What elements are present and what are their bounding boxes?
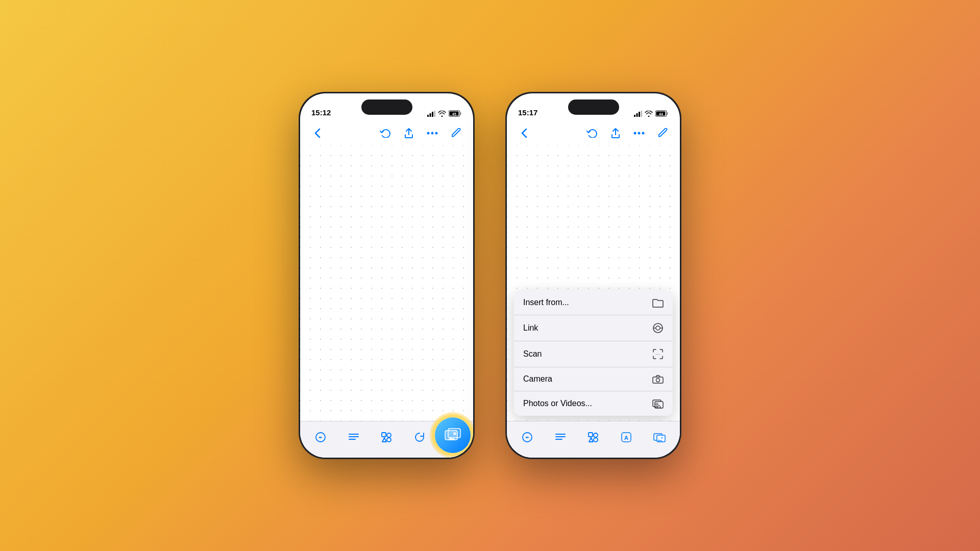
dot-grid-left xyxy=(300,145,473,421)
dynamic-island-right xyxy=(568,99,619,115)
more-button-right[interactable] xyxy=(631,125,647,141)
menu-label-photos: Photos or Videos... xyxy=(523,399,592,408)
toolbar-left xyxy=(300,121,473,145)
scan-icon xyxy=(652,348,664,360)
svg-rect-23 xyxy=(636,113,638,117)
signal-icon-left xyxy=(427,111,435,117)
shapes-button-right[interactable] xyxy=(582,427,604,448)
battery-icon-left: 45 xyxy=(449,110,462,117)
phone-left: 15:12 xyxy=(299,92,475,459)
edit-button-right[interactable] xyxy=(654,125,671,141)
svg-point-30 xyxy=(634,132,636,135)
status-icons-left: 45 xyxy=(427,110,462,117)
edit-button-left[interactable] xyxy=(448,125,464,141)
svg-point-35 xyxy=(656,379,660,382)
undo-button-right[interactable] xyxy=(584,125,600,141)
svg-text:44: 44 xyxy=(659,112,663,116)
pen-button-left[interactable]: ✒ xyxy=(310,427,331,448)
svg-rect-25 xyxy=(641,111,643,117)
svg-rect-27 xyxy=(667,112,668,115)
svg-point-32 xyxy=(642,132,645,135)
context-menu: Insert from... Link Scan xyxy=(514,290,673,416)
svg-point-18 xyxy=(387,438,391,442)
phones-container: 15:12 xyxy=(299,92,681,459)
time-right: 15:17 xyxy=(518,108,537,117)
svg-point-10 xyxy=(435,132,438,135)
menu-label-insert: Insert from... xyxy=(523,298,569,307)
bottom-toolbar-left: ✒ xyxy=(300,421,473,458)
svg-rect-24 xyxy=(639,112,640,117)
camera-icon xyxy=(652,374,664,384)
toolbar-right-left xyxy=(377,125,464,141)
signal-icon-right xyxy=(634,111,642,117)
svg-text:45: 45 xyxy=(452,112,456,116)
menu-item-scan[interactable]: Scan xyxy=(514,341,673,367)
menu-label-scan: Scan xyxy=(523,349,542,359)
svg-point-8 xyxy=(427,132,430,135)
toolbar-right-right xyxy=(584,125,671,141)
menu-item-photos[interactable]: Photos or Videos... xyxy=(514,391,673,416)
svg-rect-5 xyxy=(460,112,461,115)
wifi-icon-right xyxy=(645,111,653,117)
font-button-right[interactable]: A xyxy=(616,427,637,448)
menu-item-camera[interactable]: Camera xyxy=(514,367,673,391)
undo-button-left[interactable] xyxy=(377,125,394,141)
svg-rect-22 xyxy=(634,115,635,117)
svg-rect-0 xyxy=(427,115,429,117)
text-button-right[interactable] xyxy=(550,427,571,448)
phone-right: 15:17 xyxy=(505,92,681,459)
note-content-left[interactable] xyxy=(300,145,473,421)
svg-point-31 xyxy=(638,132,641,135)
svg-rect-1 xyxy=(430,113,431,117)
link-icon xyxy=(652,322,664,334)
menu-item-link[interactable]: Link xyxy=(514,315,673,341)
text-button-left[interactable] xyxy=(343,427,364,448)
battery-icon-right: 44 xyxy=(655,110,669,117)
share-button-right[interactable] xyxy=(607,125,624,141)
svg-point-51 xyxy=(661,437,663,439)
svg-text:✒: ✒ xyxy=(525,435,529,440)
more-button-left[interactable] xyxy=(424,125,440,141)
svg-point-45 xyxy=(594,433,598,437)
svg-text:A: A xyxy=(624,435,628,441)
svg-point-46 xyxy=(594,438,598,442)
bottom-toolbar-right: ✒ A xyxy=(507,421,680,458)
svg-rect-3 xyxy=(434,111,436,117)
status-icons-right: 44 xyxy=(634,110,669,117)
lasso-button-left[interactable] xyxy=(409,427,430,448)
menu-label-link: Link xyxy=(523,323,538,333)
svg-point-21 xyxy=(453,432,456,435)
menu-item-insert[interactable]: Insert from... xyxy=(514,290,673,315)
svg-point-17 xyxy=(387,433,391,437)
media-button-left[interactable] xyxy=(435,417,471,453)
shapes-button-left[interactable] xyxy=(376,427,397,448)
share-button-left[interactable] xyxy=(401,125,417,141)
pen-button-right[interactable]: ✒ xyxy=(517,427,538,448)
dynamic-island-left xyxy=(361,99,412,115)
photos-icon xyxy=(652,398,664,409)
back-button-left[interactable] xyxy=(309,125,326,141)
svg-rect-44 xyxy=(589,433,593,437)
time-left: 15:12 xyxy=(311,108,331,117)
media-button-right[interactable] xyxy=(649,427,670,448)
svg-rect-2 xyxy=(432,112,433,117)
back-button-right[interactable] xyxy=(516,125,532,141)
folder-icon xyxy=(652,297,664,308)
svg-point-9 xyxy=(431,132,434,135)
toolbar-right xyxy=(507,121,680,145)
svg-text:✒: ✒ xyxy=(318,435,323,440)
menu-label-camera: Camera xyxy=(523,374,552,384)
wifi-icon-left xyxy=(438,111,446,117)
note-content-right[interactable]: Insert from... Link Scan xyxy=(507,145,680,421)
svg-rect-16 xyxy=(382,433,386,437)
